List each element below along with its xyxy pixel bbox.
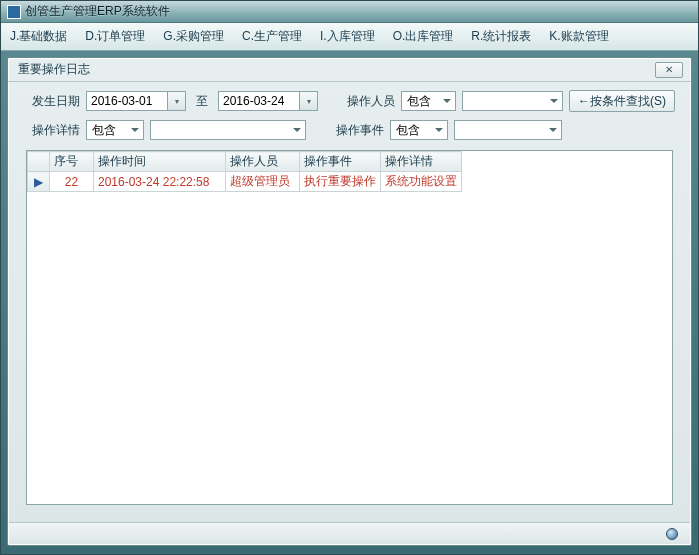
date-to-input[interactable]: 2016-03-24 (218, 91, 300, 111)
window-title: 创管生产管理ERP系统软件 (25, 3, 170, 20)
app-icon (7, 5, 21, 19)
row-marker-icon: ▶ (28, 172, 50, 192)
menu-reports[interactable]: R.统计报表 (462, 23, 540, 50)
col-event[interactable]: 操作事件 (300, 152, 381, 172)
operator-label: 操作人员 (347, 93, 395, 110)
grid-header-row: 序号 操作时间 操作人员 操作事件 操作详情 (28, 152, 462, 172)
menubar: J.基础数据 D.订单管理 G.采购管理 C.生产管理 I.入库管理 O.出库管… (1, 23, 698, 51)
search-button[interactable]: ←按条件查找(S) (569, 90, 675, 112)
col-operator[interactable]: 操作人员 (226, 152, 300, 172)
panel-header: 重要操作日志 ✕ (8, 58, 691, 82)
grid-corner (28, 152, 50, 172)
filter-area: 发生日期 2016-03-01 ▾ 至 2016-03-24 ▾ 操作人员 包含… (8, 82, 691, 146)
cell-detail: 系统功能设置 (381, 172, 462, 192)
event-match-select[interactable]: 包含 (390, 120, 448, 140)
date-to-dropdown-icon[interactable]: ▾ (300, 91, 318, 111)
event-label: 操作事件 (336, 122, 384, 139)
detail-match-select[interactable]: 包含 (86, 120, 144, 140)
col-time[interactable]: 操作时间 (94, 152, 226, 172)
workspace-panel: 重要操作日志 ✕ 发生日期 2016-03-01 ▾ 至 2016-03-24 … (7, 57, 692, 546)
event-value-select[interactable] (454, 120, 562, 140)
menu-basic-data[interactable]: J.基础数据 (1, 23, 76, 50)
menu-stock-in[interactable]: I.入库管理 (311, 23, 384, 50)
col-id[interactable]: 序号 (50, 152, 94, 172)
cell-time: 2016-03-24 22:22:58 (94, 172, 226, 192)
main-window: 创管生产管理ERP系统软件 J.基础数据 D.订单管理 G.采购管理 C.生产管… (0, 0, 699, 555)
operator-match-select[interactable]: 包含 (401, 91, 456, 111)
date-label: 发生日期 (32, 93, 80, 110)
menu-stock-out[interactable]: O.出库管理 (384, 23, 463, 50)
panel-title: 重要操作日志 (18, 61, 90, 78)
filter-row-2: 操作详情 包含 操作事件 包含 (32, 120, 675, 140)
table-row[interactable]: ▶ 22 2016-03-24 22:22:58 超级管理员 执行重要操作 系统… (28, 172, 462, 192)
status-orb-icon (666, 528, 678, 540)
detail-label: 操作详情 (32, 122, 80, 139)
cell-id: 22 (50, 172, 94, 192)
panel-close-button[interactable]: ✕ (655, 62, 683, 78)
date-from-input[interactable]: 2016-03-01 (86, 91, 168, 111)
menu-accounts[interactable]: K.账款管理 (540, 23, 617, 50)
menu-order[interactable]: D.订单管理 (76, 23, 154, 50)
col-detail[interactable]: 操作详情 (381, 152, 462, 172)
close-icon: ✕ (665, 64, 673, 75)
filter-row-1: 发生日期 2016-03-01 ▾ 至 2016-03-24 ▾ 操作人员 包含… (32, 90, 675, 112)
menu-purchase[interactable]: G.采购管理 (154, 23, 233, 50)
operator-value-select[interactable] (462, 91, 563, 111)
cell-event: 执行重要操作 (300, 172, 381, 192)
date-from-dropdown-icon[interactable]: ▾ (168, 91, 186, 111)
cell-operator: 超级管理员 (226, 172, 300, 192)
menu-production[interactable]: C.生产管理 (233, 23, 311, 50)
detail-value-select[interactable] (150, 120, 306, 140)
titlebar[interactable]: 创管生产管理ERP系统软件 (1, 1, 698, 23)
status-bar (9, 522, 690, 544)
data-grid[interactable]: 序号 操作时间 操作人员 操作事件 操作详情 ▶ 22 2016-03-24 2… (26, 150, 673, 505)
to-label: 至 (192, 93, 212, 110)
